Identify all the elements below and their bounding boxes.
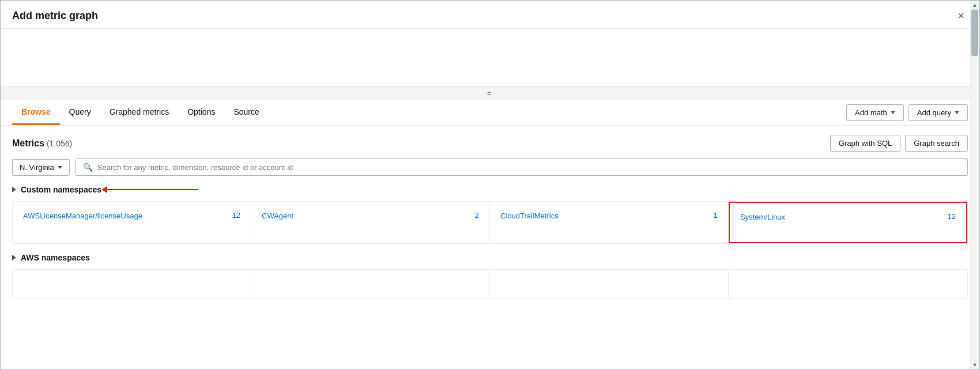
aws-card-1[interactable] — [251, 270, 490, 299]
namespace-name-1: CWAgent — [262, 211, 293, 221]
tab-source[interactable]: Source — [224, 100, 268, 125]
close-button[interactable]: × — [954, 9, 968, 22]
metrics-title-group: Metrics (1,056) — [12, 138, 72, 149]
tab-query[interactable]: Query — [60, 100, 100, 125]
namespace-card-2[interactable]: CloudTrailMetrics 1 — [490, 202, 729, 243]
region-dropdown[interactable]: N. Virginia — [12, 159, 70, 176]
namespace-name-3: System/Linux — [740, 212, 785, 222]
modal: ▲ ▼ Add metric graph × = Browse Query Gr… — [0, 0, 980, 370]
metrics-title: Metrics — [12, 138, 44, 148]
add-math-button[interactable]: Add math — [846, 104, 904, 121]
tab-browse[interactable]: Browse — [12, 100, 60, 125]
aws-namespace-grid — [12, 269, 968, 299]
region-label: N. Virginia — [20, 163, 54, 172]
metrics-actions: Graph with SQL Graph search — [830, 135, 968, 152]
aws-card-0[interactable] — [13, 270, 251, 299]
namespace-name-0: AWSLicenseManager/licenseUsage — [23, 211, 142, 221]
add-query-button[interactable]: Add query — [909, 104, 968, 121]
scrollbar-thumb[interactable] — [971, 10, 978, 56]
add-query-chevron-icon — [955, 111, 959, 114]
namespace-name-2: CloudTrailMetrics — [500, 211, 559, 221]
custom-namespaces-toggle[interactable] — [12, 187, 16, 192]
graph-preview-area — [1, 29, 979, 86]
namespace-card-0[interactable]: AWSLicenseManager/licenseUsage 12 — [13, 202, 251, 243]
aws-card-2[interactable] — [490, 270, 729, 299]
modal-title: Add metric graph — [12, 10, 98, 22]
graph-search-button[interactable]: Graph search — [905, 135, 968, 152]
custom-namespaces-header: Custom namespaces — [12, 185, 968, 194]
arrow-indicator — [106, 189, 198, 190]
scrollbar-up-btn[interactable]: ▲ — [970, 1, 979, 10]
tab-graphed-metrics[interactable]: Graphed metrics — [100, 100, 178, 125]
namespace-count-3: 12 — [948, 212, 956, 221]
aws-namespaces-toggle[interactable] — [12, 255, 16, 260]
tab-options[interactable]: Options — [178, 100, 224, 125]
search-input[interactable] — [97, 163, 960, 172]
custom-namespace-grid: AWSLicenseManager/licenseUsage 12 CWAgen… — [12, 201, 968, 244]
metrics-count: (1,056) — [47, 139, 72, 148]
metrics-header: Metrics (1,056) Graph with SQL Graph sea… — [12, 135, 968, 152]
region-chevron-icon — [58, 166, 62, 169]
modal-header: Add metric graph × — [1, 1, 979, 29]
namespace-card-3[interactable]: System/Linux 12 — [729, 202, 967, 243]
scrollbar-down-btn[interactable]: ▼ — [970, 360, 979, 369]
search-box: 🔍 — [76, 158, 968, 176]
scrollbar-track[interactable]: ▲ ▼ — [970, 1, 979, 369]
search-icon: 🔍 — [83, 163, 93, 172]
namespace-count-1: 2 — [475, 211, 479, 220]
add-math-chevron-icon — [891, 111, 895, 114]
custom-namespaces-title: Custom namespaces — [21, 185, 101, 194]
tabs-container: Browse Query Graphed metrics Options Sou… — [12, 100, 269, 125]
namespace-card-1[interactable]: CWAgent 2 — [251, 202, 490, 243]
tabs-row: Browse Query Graphed metrics Options Sou… — [1, 100, 979, 126]
aws-namespaces-header: AWS namespaces — [12, 253, 968, 262]
filter-row: N. Virginia 🔍 — [12, 158, 968, 176]
content-area: Metrics (1,056) Graph with SQL Graph sea… — [1, 126, 979, 308]
tab-actions: Add math Add query — [846, 104, 968, 121]
namespace-count-2: 1 — [714, 211, 718, 220]
red-arrow — [106, 189, 198, 190]
resize-handle[interactable]: = — [1, 86, 979, 100]
aws-namespaces-section: AWS namespaces — [12, 253, 968, 299]
namespace-count-0: 12 — [232, 211, 240, 220]
aws-namespaces-title: AWS namespaces — [21, 253, 90, 262]
aws-card-3[interactable] — [729, 270, 967, 299]
graph-with-sql-button[interactable]: Graph with SQL — [830, 135, 901, 152]
